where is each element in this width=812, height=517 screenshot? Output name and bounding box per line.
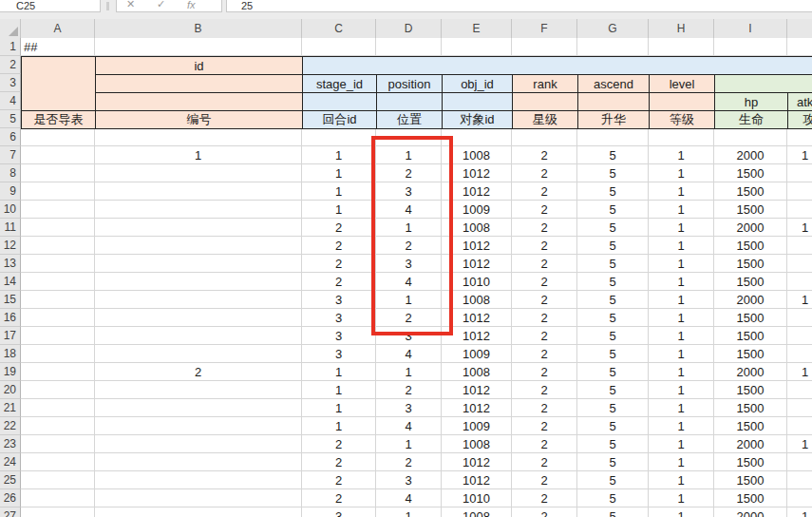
cell-H25[interactable]: 1 <box>649 471 714 489</box>
cell-H3[interactable]: level <box>649 74 715 93</box>
cell-H18[interactable]: 1 <box>649 345 714 363</box>
row-header-1[interactable]: 1 <box>0 38 21 56</box>
cell-C27[interactable]: 3 <box>302 507 376 517</box>
cell-D4[interactable] <box>376 92 443 111</box>
cell-A21[interactable] <box>21 399 95 417</box>
cell-D7[interactable]: 1 <box>376 146 442 164</box>
cell-C15[interactable]: 3 <box>302 291 376 309</box>
cell-F6[interactable] <box>512 128 577 146</box>
cell-F17[interactable]: 2 <box>512 327 577 345</box>
cell-E23[interactable]: 1008 <box>442 435 512 453</box>
row-header-25[interactable]: 25 <box>0 471 21 489</box>
cell-D26[interactable]: 4 <box>376 489 442 507</box>
cell-E24[interactable]: 1012 <box>442 453 512 471</box>
cell-I1[interactable] <box>714 38 787 56</box>
cell-G17[interactable]: 5 <box>577 327 649 345</box>
row-header-21[interactable]: 21 <box>0 399 21 417</box>
cell-H15[interactable]: 1 <box>649 291 714 309</box>
cell-E25[interactable]: 1012 <box>442 471 512 489</box>
cell-F4[interactable] <box>512 92 578 111</box>
cell-E21[interactable]: 1012 <box>442 399 512 417</box>
cell-G20[interactable]: 5 <box>577 381 649 399</box>
cell-H26[interactable]: 1 <box>649 489 714 507</box>
cell-H23[interactable]: 1 <box>649 435 714 453</box>
cell-E26[interactable]: 1010 <box>442 489 512 507</box>
cell-D18[interactable]: 4 <box>376 345 442 363</box>
cell-B12[interactable] <box>95 237 302 255</box>
cell-D5[interactable]: 位置 <box>376 110 443 129</box>
cell-I25[interactable]: 1500 <box>714 471 787 489</box>
cell-A9[interactable] <box>21 182 95 201</box>
cell-B8[interactable] <box>95 164 302 182</box>
cell-F23[interactable]: 2 <box>512 435 577 453</box>
cell-F11[interactable]: 2 <box>512 219 577 237</box>
cell-I27[interactable]: 2000 <box>714 507 787 517</box>
cell-C1[interactable] <box>302 38 376 56</box>
cell-G6[interactable] <box>577 128 649 146</box>
cell-C25[interactable]: 2 <box>302 471 376 489</box>
cell-B24[interactable] <box>95 453 302 471</box>
cell-G16[interactable]: 5 <box>577 309 649 327</box>
cell-D23[interactable]: 1 <box>376 435 442 453</box>
cell-D6[interactable] <box>376 128 442 146</box>
cell-I20[interactable]: 1500 <box>714 381 787 399</box>
cell-A13[interactable] <box>21 255 95 273</box>
cell-B11[interactable] <box>95 219 302 237</box>
cell-D25[interactable]: 3 <box>376 471 442 489</box>
cell-E19[interactable]: 1008 <box>442 363 512 381</box>
cell-A16[interactable] <box>21 309 95 327</box>
cell-B21[interactable] <box>95 399 302 417</box>
cell-B20[interactable] <box>95 381 302 399</box>
cell-J8[interactable] <box>787 164 812 182</box>
column-header-J[interactable] <box>787 19 812 38</box>
cell-D8[interactable]: 2 <box>376 164 442 182</box>
column-header-I[interactable]: I <box>714 19 787 38</box>
cell-C18[interactable]: 3 <box>302 345 376 363</box>
cell-J24[interactable] <box>787 453 812 471</box>
cell-F22[interactable]: 2 <box>512 417 577 435</box>
row-header-12[interactable]: 12 <box>0 237 21 255</box>
cell-J27[interactable]: 1 <box>787 507 812 517</box>
cell-B17[interactable] <box>95 327 302 345</box>
cell-I6[interactable] <box>714 128 787 146</box>
cell-E13[interactable]: 1012 <box>442 255 512 273</box>
cell-H16[interactable]: 1 <box>649 309 714 327</box>
cell-G26[interactable]: 5 <box>577 489 649 507</box>
cell-E15[interactable]: 1008 <box>442 291 512 309</box>
cell-F5[interactable]: 星级 <box>512 110 578 129</box>
cell-J17[interactable] <box>787 327 812 345</box>
cell-A20[interactable] <box>21 381 95 399</box>
cell-G21[interactable]: 5 <box>577 399 649 417</box>
row-header-10[interactable]: 10 <box>0 201 21 219</box>
cell-G3[interactable]: ascend <box>577 74 650 93</box>
cell-A10[interactable] <box>21 201 95 219</box>
row-header-20[interactable]: 20 <box>0 381 21 399</box>
row-header-4[interactable]: 4 <box>0 92 21 110</box>
cell-B27[interactable] <box>95 507 302 517</box>
cell-I19[interactable]: 2000 <box>714 363 787 381</box>
cell-G9[interactable]: 5 <box>577 182 649 201</box>
cell-C3[interactable]: stage_id <box>302 74 377 93</box>
cell-C7[interactable]: 1 <box>302 146 376 164</box>
cell-A23[interactable] <box>21 435 95 453</box>
cell-C5[interactable]: 回合id <box>302 110 377 129</box>
row-header-14[interactable]: 14 <box>0 273 21 291</box>
cell-J25[interactable] <box>787 471 812 489</box>
cell-F26[interactable]: 2 <box>512 489 577 507</box>
cell-C20[interactable]: 1 <box>302 381 376 399</box>
cell-C16[interactable]: 3 <box>302 309 376 327</box>
cell-A8[interactable] <box>21 164 95 182</box>
row-header-3[interactable]: 3 <box>0 74 21 92</box>
cell-H10[interactable]: 1 <box>649 201 714 219</box>
cell-B9[interactable] <box>95 182 302 201</box>
cell-C23[interactable]: 2 <box>302 435 376 453</box>
cell-E6[interactable] <box>442 128 512 146</box>
cell-H4[interactable] <box>649 92 715 111</box>
cell-D13[interactable]: 3 <box>376 255 442 273</box>
cell-B7[interactable]: 1 <box>95 146 302 164</box>
cell-J21[interactable] <box>787 399 812 417</box>
cell-G27[interactable]: 5 <box>577 507 649 517</box>
cell-C21[interactable]: 1 <box>302 399 376 417</box>
row-header-9[interactable]: 9 <box>0 182 21 201</box>
cell-B16[interactable] <box>95 309 302 327</box>
